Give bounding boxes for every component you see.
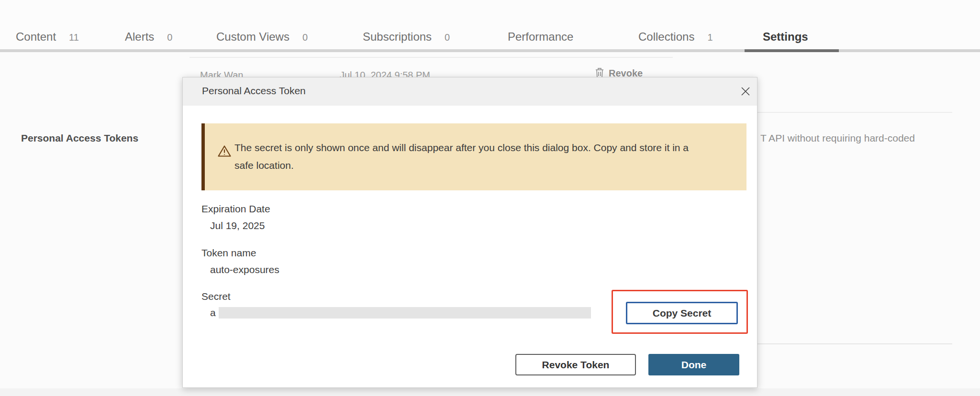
secret-label: Secret <box>201 291 231 302</box>
personal-access-token-dialog: Personal Access Token The secret is only… <box>182 77 757 388</box>
tab-custom-views[interactable]: Custom Views 0 <box>216 30 308 44</box>
tab-count: 0 <box>302 32 308 43</box>
personal-access-tokens-heading: Personal Access Tokens <box>21 132 138 144</box>
revoke-token-button[interactable]: Revoke Token <box>515 354 636 375</box>
tab-label: Content <box>16 30 56 44</box>
tab-alerts[interactable]: Alerts 0 <box>125 30 172 44</box>
tab-label: Performance <box>508 30 573 44</box>
active-tab-underline <box>745 49 839 52</box>
tab-collections[interactable]: Collections 1 <box>638 30 713 44</box>
table-divider <box>189 57 673 58</box>
dialog-title: Personal Access Token <box>202 85 306 97</box>
tab-label: Alerts <box>125 30 154 44</box>
tab-label: Collections <box>638 30 694 44</box>
warning-triangle-icon <box>217 144 232 160</box>
page-bottom-strip <box>0 388 980 396</box>
copy-secret-button[interactable]: Copy Secret <box>626 302 738 324</box>
tab-label: Custom Views <box>216 30 290 44</box>
tab-count: 11 <box>69 32 79 43</box>
token-name-label: Token name <box>201 247 256 259</box>
expiration-date-label: Expiration Date <box>201 203 270 215</box>
warning-banner: The secret is only shown once and will d… <box>201 123 746 190</box>
close-icon[interactable] <box>738 84 753 99</box>
tab-label: Subscriptions <box>363 30 432 44</box>
tab-bar: Content 11 Alerts 0 Custom Views 0 Subsc… <box>0 0 980 53</box>
tab-count: 1 <box>707 32 713 43</box>
secret-value-row: a <box>210 307 591 319</box>
expiration-date-value: Jul 19, 2025 <box>210 220 265 231</box>
tab-content[interactable]: Content 11 <box>16 30 79 44</box>
token-name-value: auto-exposures <box>210 264 279 275</box>
tab-subscriptions[interactable]: Subscriptions 0 <box>363 30 450 44</box>
section-description-fragment: T API without requiring hard-coded <box>760 132 915 144</box>
tab-count: 0 <box>167 32 172 43</box>
tab-performance[interactable]: Performance <box>508 30 573 44</box>
dialog-header: Personal Access Token <box>183 77 757 106</box>
secret-redacted-bar <box>219 307 591 319</box>
tab-settings[interactable]: Settings <box>763 30 808 44</box>
warning-message: The secret is only shown once and will d… <box>234 139 706 174</box>
done-button[interactable]: Done <box>648 354 739 375</box>
secret-visible-char: a <box>210 307 216 319</box>
tab-label: Settings <box>763 30 808 44</box>
tab-count: 0 <box>445 32 450 43</box>
